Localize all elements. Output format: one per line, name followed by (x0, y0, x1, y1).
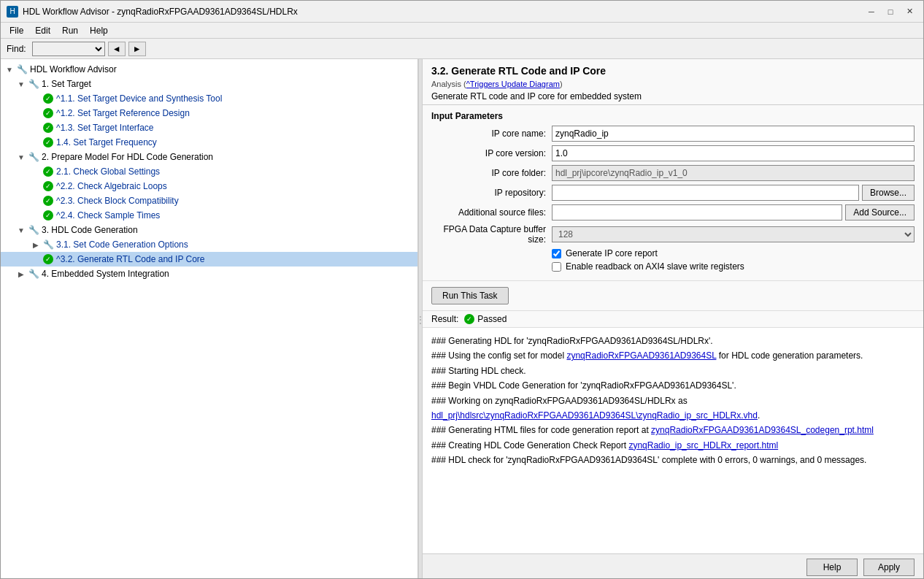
menu-edit[interactable]: Edit (29, 24, 56, 37)
tree-toggle-3-1[interactable]: ▶ (30, 241, 42, 249)
menu-run[interactable]: Run (56, 24, 84, 37)
log-link-5[interactable]: zynqRadioRxFPGAAD9361AD9364SL_codegen_rp… (651, 425, 874, 435)
tree-label-1-1: ^1.1. Set Target Device and Synthesis To… (56, 93, 222, 104)
ip-core-name-input[interactable] (552, 126, 915, 142)
enable-readback-checkbox[interactable] (552, 262, 561, 272)
ip-repository-row: IP repository: Browse... (431, 185, 915, 201)
tree-label-1-4: 1.4. Set Target Frequency (56, 137, 157, 147)
ip-core-folder-label: IP core folder: (431, 168, 552, 178)
tree-node-2-1[interactable]: ✓ 2.1. Check Global Settings (1, 164, 417, 179)
ip-core-folder-input (552, 165, 915, 181)
run-task-button[interactable]: Run This Task (431, 287, 509, 304)
fpga-buffer-row: FPGA Data Capture buffer size: 128 (431, 224, 915, 245)
tree-label-2: 2. Prepare Model For HDL Code Generation (42, 152, 213, 162)
check-icon-2-3: ✓ (42, 195, 55, 207)
tree-label-1: 1. Set Target (42, 79, 91, 89)
tree-label-3-2: ^3.2. Generate RTL Code and IP Core (56, 254, 205, 264)
ip-core-folder-row: IP core folder: (431, 165, 915, 181)
browse-button[interactable]: Browse... (862, 185, 915, 201)
generate-ip-core-report-checkbox[interactable] (552, 249, 561, 258)
analysis-link[interactable]: ^Triggers Update Diagram (466, 80, 560, 88)
log-text-4: ### Working on zynqRadioRxFPGAAD9361AD93… (431, 396, 688, 406)
log-text-6: ### Creating HDL Code Generation Check R… (431, 440, 628, 450)
ip-core-name-label: IP core name: (431, 129, 552, 139)
find-input[interactable] (32, 42, 105, 56)
left-panel: ▼ 🔧 HDL Workflow Advisor ▼ 🔧 1. Set Targ… (1, 59, 418, 579)
tree-toggle-4[interactable]: ▶ (15, 270, 27, 278)
ip-repository-label: IP repository: (431, 188, 552, 198)
tree-node-4[interactable]: ▶ 🔧 4. Embedded System Integration (1, 267, 417, 281)
window-title: HDL Workflow Advisor - zynqRadioRxFPGAAD… (23, 7, 298, 17)
tree-node-2[interactable]: ▼ 🔧 2. Prepare Model For HDL Code Genera… (1, 150, 417, 164)
tree-label-3: 3. HDL Code Generation (42, 225, 138, 235)
tree-node-1-3[interactable]: ✓ ^1.3. Set Target Interface (1, 120, 417, 135)
close-button[interactable]: ✕ (901, 4, 917, 19)
gear-icon-4: 🔧 (27, 268, 40, 280)
tree-node-1-1[interactable]: ✓ ^1.1. Set Target Device and Synthesis … (1, 91, 417, 106)
log-line-5: ### Generating HTML files for code gener… (431, 423, 915, 437)
ip-repository-input[interactable] (552, 185, 859, 201)
fpga-buffer-label: FPGA Data Capture buffer size: (431, 224, 552, 245)
log-line-2: ### Starting HDL check. (431, 364, 915, 378)
checkbox1-label: Generate IP core report (566, 248, 658, 258)
tree-node-2-2[interactable]: ✓ ^2.2. Check Algebraic Loops (1, 179, 417, 193)
analysis-line: Analysis (^Triggers Update Diagram) (431, 80, 915, 88)
help-button[interactable]: Help (806, 559, 858, 576)
check-icon-1-1: ✓ (42, 93, 55, 104)
log-link-1[interactable]: zynqRadioRxFPGAAD9361AD9364SL (566, 350, 716, 361)
analysis-prefix: Analysis ( (431, 80, 466, 88)
tree-node-2-4[interactable]: ✓ ^2.4. Check Sample Times (1, 208, 417, 223)
additional-source-row: Additional source files: Add Source... (431, 204, 915, 221)
log-link-4[interactable]: hdl_prj\hdlsrc\zynqRadioRxFPGAAD9361AD93… (431, 410, 758, 421)
gear-icon-2: 🔧 (27, 151, 40, 163)
tree-node-3-1[interactable]: ▶ 🔧 3.1. Set Code Generation Options (1, 237, 417, 252)
ip-core-version-input[interactable] (552, 145, 915, 161)
tree-node-3[interactable]: ▼ 🔧 3. HDL Code Generation (1, 223, 417, 237)
log-line-1: ### Using the config set for model zynqR… (431, 348, 915, 363)
log-area: ### Generating HDL for 'zynqRadioRxFPGAA… (423, 328, 923, 553)
log-link-6[interactable]: zynqRadio_ip_src_HDLRx_report.html (628, 440, 778, 450)
tree-node-3-2[interactable]: ✓ ^3.2. Generate RTL Code and IP Core (1, 252, 417, 267)
log-line-7: ### HDL check for 'zynqRadioRxFPGAAD9361… (431, 453, 915, 467)
log-after-1: for HDL code generation parameters. (716, 350, 863, 361)
tree-root[interactable]: ▼ 🔧 HDL Workflow Advisor (1, 62, 417, 77)
tree-root-label: HDL Workflow Advisor (30, 64, 117, 74)
gear-icon-3-1: 🔧 (42, 239, 55, 250)
additional-source-label: Additional source files: (431, 207, 552, 218)
menu-help[interactable]: Help (84, 24, 114, 37)
right-panel-title: 3.2. Generate RTL Code and IP Core (431, 65, 915, 77)
check-icon-2-1: ✓ (42, 166, 55, 177)
generate-description: Generate RTL code and IP core for embedd… (431, 91, 915, 101)
tree-node-2-3[interactable]: ✓ ^2.3. Check Block Compatibility (1, 193, 417, 208)
result-bar: Result: ✓ Passed (423, 311, 923, 328)
tree-node-1-2[interactable]: ✓ ^1.2. Set Target Reference Design (1, 106, 417, 120)
result-label: Result: (431, 314, 458, 324)
nav-back-button[interactable]: ◄ (108, 42, 126, 56)
check-icon-1-3: ✓ (42, 122, 55, 134)
minimize-button[interactable]: ─ (863, 4, 879, 19)
menu-file[interactable]: File (4, 24, 29, 37)
tree-toggle-2[interactable]: ▼ (15, 153, 27, 161)
maximize-button[interactable]: □ (882, 4, 898, 19)
log-text-2: ### Starting HDL check. (431, 366, 526, 376)
analysis-suffix: ) (560, 80, 563, 88)
tree-toggle-root[interactable]: ▼ (4, 66, 15, 74)
ip-core-name-row: IP core name: (431, 126, 915, 142)
apply-button[interactable]: Apply (863, 559, 915, 576)
check-icon-1-4: ✓ (42, 137, 55, 148)
tree-node-1[interactable]: ▼ 🔧 1. Set Target (1, 77, 417, 91)
bottom-bar: Help Apply (423, 553, 923, 579)
ip-core-version-row: IP core version: (431, 145, 915, 161)
tree-label-4: 4. Embedded System Integration (42, 269, 169, 279)
checkbox2-label: Enable readback on AXI4 slave write regi… (566, 261, 744, 272)
tree-toggle-1[interactable]: ▼ (15, 80, 27, 88)
nav-forward-button[interactable]: ► (128, 42, 146, 56)
log-line-3: ### Begin VHDL Code Generation for 'zynq… (431, 378, 915, 393)
additional-source-input[interactable] (552, 204, 842, 221)
tree-node-1-4[interactable]: ✓ 1.4. Set Target Frequency (1, 135, 417, 150)
add-source-button[interactable]: Add Source... (845, 204, 915, 221)
titlebar-left: H HDL Workflow Advisor - zynqRadioRxFPGA… (7, 6, 298, 18)
toolbar: Find: ◄ ► (1, 39, 923, 59)
fpga-buffer-select[interactable]: 128 (552, 226, 915, 242)
tree-toggle-3[interactable]: ▼ (15, 226, 27, 234)
